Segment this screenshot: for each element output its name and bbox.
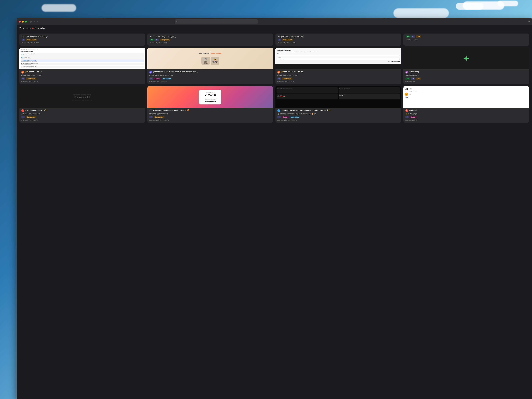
card-superd[interactable]: Superd Cool! writing experience for 😊 Us… <box>403 86 529 123</box>
card-preview: What we offer businesses & individuals F… <box>275 86 401 108</box>
address-bar[interactable]: 🛡 <box>175 19 258 24</box>
card-payment[interactable]: What we offer businesses & individuals F… <box>275 86 401 123</box>
card-date: October 18, 2024 2:37 AM <box>22 42 143 44</box>
tag-component: Component <box>282 39 293 41</box>
close-button[interactable] <box>19 21 21 23</box>
avatar: B <box>21 71 24 74</box>
avatar: 😊 <box>405 93 408 96</box>
reverse-ui-sub: The only animated UI library you will ev… <box>72 100 92 101</box>
avatar <box>277 95 279 97</box>
avatar: L <box>405 109 408 112</box>
breadcrumb-separator: / <box>30 27 31 29</box>
search-item: 📊 Q4 2024 Financial Report.xlsx Reports … <box>21 53 144 56</box>
card-date: October 3, 2024 7:07 PM <box>277 81 399 82</box>
card-author: Pasquale Vitiello (@pacovitiello) <box>278 35 399 38</box>
tag-component: Com <box>416 77 421 80</box>
card-preview: ✦ <box>403 48 529 69</box>
card-musical[interactable]: 🎵 Musical Services to keep you hooked 🎵 … <box>147 48 273 84</box>
breadcrumb-dev[interactable]: Dev <box>26 27 30 29</box>
tag-ui: UI <box>277 116 281 118</box>
breadcrumb-bookmarked: Bookmarked <box>35 27 46 29</box>
card-rahul-vashishtha[interactable]: Rahul Vashishtha (@rahulv_dev) Vue UI Co… <box>147 33 273 46</box>
card-info: A Introducing Reverse UI✨ Armedin (@kuka… <box>19 108 145 123</box>
payment-block: Frequently asked questions <box>339 87 400 93</box>
search-item-active: 📈 Customer Churn Rate Analysis Analytics… <box>21 59 144 62</box>
card-number-component[interactable]: MotorNumber v0.1.7 -3,243.6 Transition, … <box>147 86 273 123</box>
cards-grid: Niaz Morshed (@niazmorshed_) UI Componen… <box>17 31 532 399</box>
title-bar: ⊞ ‹ › 🛡 ↻ <box>17 18 532 25</box>
tag-ui: UI <box>278 39 281 41</box>
shield-icon: 🛡 <box>176 21 178 23</box>
minimize-button[interactable] <box>22 21 24 23</box>
card-tags: UI Design Inspiration <box>277 116 399 118</box>
card-introducing[interactable]: ✦ Z Introducing Zernonia (@zerno Vue UI … <box>403 48 529 84</box>
top-nav: ☰ 🖥 Dev / 🔖 Bookmarked <box>17 25 532 31</box>
tag-component: Component <box>154 116 165 118</box>
card-niaz-morshed[interactable]: Niaz Morshed (@niazmorshed_) UI Componen… <box>19 33 145 46</box>
tag-component: Component <box>282 77 292 80</box>
card-date: September 28, 2024 <box>405 119 527 121</box>
tag-ui: UI <box>411 77 415 80</box>
rui-tag: Tailwind <box>87 94 91 95</box>
forward-button[interactable]: › <box>36 20 39 23</box>
tag-component: Com <box>416 35 421 38</box>
card-title: Introducing Reverse UI✨ <box>25 109 47 112</box>
bookmark-icon: 🔖 <box>32 27 34 29</box>
card-tags: Vue UI Com <box>406 35 527 38</box>
tag-ui: UI <box>405 116 409 118</box>
hamburger-icon[interactable]: ☰ <box>19 27 21 30</box>
search-item: 📄 Employee Handbook 2024.pdf <box>21 66 144 68</box>
tag-vue: Vue <box>405 77 410 80</box>
traffic-lights <box>19 21 27 23</box>
payment-block: sudo $19,000 <box>277 94 338 99</box>
avatar: A <box>21 109 24 112</box>
maximize-button[interactable] <box>25 21 27 23</box>
card-tags: UI Component <box>22 39 143 41</box>
card-tags: UI Design Inspiration <box>149 77 271 80</box>
sidebar-toggle-icon[interactable]: ⊞ <box>30 20 32 23</box>
tag-component: Component <box>26 116 36 118</box>
card-info: B ⚡Multi-select product list Bharat Kara… <box>275 69 401 84</box>
ms-cancel-btn[interactable]: Cancel <box>387 61 391 62</box>
tag-ui: UI <box>149 116 153 118</box>
tag-design: Design <box>282 116 289 118</box>
number-label: MotorNumber v0.1.7 <box>202 92 219 93</box>
card-date: October 15, 2024 1:00 PM <box>150 42 271 44</box>
card-tags: UI Component <box>277 77 399 80</box>
card-date: October 12, 2024 <box>406 39 527 40</box>
payment-block: What we offer businesses & individuals <box>277 87 338 93</box>
ms-collection-input <box>277 55 399 56</box>
back-button[interactable]: ‹ <box>33 20 36 23</box>
ms-collection-label: Collection Name * <box>277 53 399 54</box>
ms-save-btn[interactable]: Save Collection <box>392 61 399 62</box>
github-btn[interactable]: GitHub <box>211 101 216 102</box>
avatar: R <box>149 71 152 74</box>
card-tags: UI Component <box>149 116 271 118</box>
card-tags: Vue UI Com <box>405 77 527 80</box>
rui-tag: JavaScript <box>81 94 86 95</box>
card-reverse-ui[interactable]: React + Framer JavaScript Tailwind Rever… <box>19 86 145 123</box>
tag-inspiration: Inspiration <box>162 77 172 80</box>
card-title: Introducing <box>409 71 419 73</box>
tag-ui: UI <box>22 39 25 41</box>
card-title: @michalma <box>409 109 419 112</box>
storybook-btn[interactable]: Storybook <box>205 101 211 102</box>
card-multiselect[interactable]: Multi Select Combo Box This combo box al… <box>275 48 401 84</box>
card-tags: UI Component <box>278 39 399 41</box>
tag-ui: UI <box>21 77 25 80</box>
card-info: R @michalmalewicz It ain't much but its … <box>147 69 273 84</box>
avatar: T <box>277 109 280 112</box>
content-area: ☰ 🖥 Dev / 🔖 Bookmarked Niaz Morshed (@ni… <box>17 25 532 399</box>
reload-button[interactable]: ↻ <box>528 20 530 23</box>
monitor-icon: 🖥 <box>23 27 25 29</box>
card-title: This component had so much potential 🍪 <box>153 109 189 112</box>
card-author: Armedin (@kukaarmedin) <box>21 113 143 115</box>
card-info: Z Introducing Zernonia (@zerno Vue UI Co… <box>403 69 529 84</box>
card-global-search[interactable]: All File Team Calendar Analytics Top Tre… <box>19 48 145 84</box>
card-date: October 3, 2024 3:19 AM <box>21 119 143 121</box>
card-preview: React + Framer JavaScript Tailwind Rever… <box>19 86 145 108</box>
ms-title: Multi Select Combo Box <box>277 50 399 51</box>
card-partial-1[interactable]: Vue UI Com October 12, 2024 <box>403 33 529 46</box>
card-author: Zernonia (@zerno <box>405 74 527 76</box>
card-pasquale-vitiello[interactable]: Pasquale Vitiello (@pacovitiello) UI Com… <box>275 33 401 46</box>
